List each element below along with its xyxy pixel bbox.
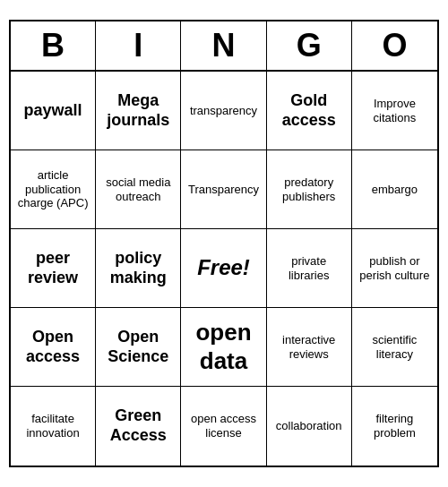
bingo-cell-3: Gold access	[267, 72, 352, 150]
bingo-cell-22: open access license	[181, 387, 266, 466]
bingo-cell-6: social media outreach	[96, 150, 181, 229]
bingo-cell-12: Free!	[181, 229, 266, 308]
bingo-cell-5: article publication charge (APC)	[11, 150, 96, 229]
bingo-letter-b: B	[11, 21, 96, 70]
bingo-cell-15: Open access	[11, 308, 96, 387]
bingo-cell-11: policy making	[96, 229, 181, 308]
bingo-cell-24: filtering problem	[352, 387, 437, 466]
bingo-cell-21: Green Access	[96, 387, 181, 466]
bingo-cell-10: peer review	[11, 229, 96, 308]
bingo-cell-7: Transparency	[181, 150, 266, 229]
bingo-cell-19: scientific literacy	[352, 308, 437, 387]
bingo-card: BINGO paywallMega journalstransparencyGo…	[9, 20, 439, 467]
bingo-letter-o: O	[352, 21, 437, 70]
bingo-grid: paywallMega journalstransparencyGold acc…	[11, 72, 437, 466]
bingo-header: BINGO	[11, 21, 437, 72]
bingo-letter-g: G	[267, 21, 352, 70]
bingo-cell-9: embargo	[352, 150, 437, 229]
bingo-cell-0: paywall	[11, 72, 96, 150]
bingo-cell-2: transparency	[181, 72, 266, 150]
bingo-letter-i: I	[96, 21, 181, 70]
bingo-cell-23: collaboration	[267, 387, 352, 466]
bingo-cell-13: private libraries	[267, 229, 352, 308]
bingo-cell-4: Improve citations	[352, 72, 437, 150]
bingo-cell-8: predatory publishers	[267, 150, 352, 229]
bingo-cell-17: open data	[181, 308, 266, 387]
bingo-cell-1: Mega journals	[96, 72, 181, 150]
bingo-letter-n: N	[181, 21, 266, 70]
bingo-cell-18: interactive reviews	[267, 308, 352, 387]
bingo-cell-16: Open Science	[96, 308, 181, 387]
bingo-cell-20: facilitate innovation	[11, 387, 96, 466]
bingo-cell-14: publish or perish culture	[352, 229, 437, 308]
